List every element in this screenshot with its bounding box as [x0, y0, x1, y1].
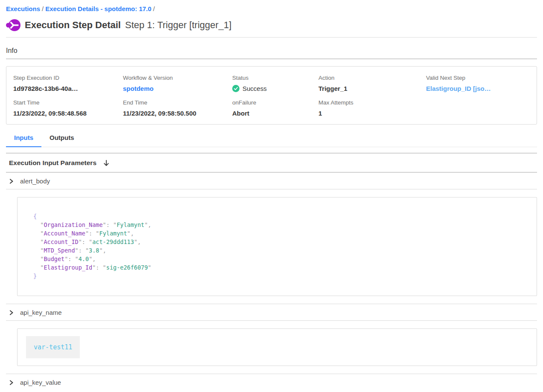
tab-outputs[interactable]: Outputs [41, 134, 82, 147]
field-action: Action Trigger_1 [318, 75, 426, 92]
breadcrumb-separator: / [40, 5, 45, 12]
param-row-alert-body[interactable]: alert_body [6, 173, 537, 189]
workflow-link[interactable]: spotdemo [123, 85, 232, 92]
fylamynt-logo-icon [6, 19, 20, 32]
execution-step-detail-page: Executions/Execution Details - spotdemo:… [0, 0, 543, 390]
field-label: Valid Next Step [426, 75, 530, 81]
field-label: Max Attempts [318, 99, 426, 106]
chevron-right-icon [9, 380, 14, 386]
breadcrumb-separator: / [152, 5, 157, 12]
page-header: Execution Step Detail Step 1: Trigger [t… [6, 19, 537, 32]
param-name: api_key_name [20, 309, 62, 316]
info-section-title: Info [6, 47, 537, 55]
page-title: Execution Step Detail [25, 20, 121, 31]
breadcrumb-link-execution-details[interactable]: Execution Details - spotdemo: 17.0 [45, 5, 151, 12]
field-label: Action [318, 75, 426, 81]
field-value: 1 [318, 110, 426, 117]
field-valid-next-step: Valid Next Step Elastigroup_ID [jso… [426, 75, 530, 92]
success-check-icon [232, 85, 239, 92]
field-start-time: Start Time 11/23/2022, 09:58:48.568 [13, 99, 123, 117]
field-max-attempts: Max Attempts 1 [318, 99, 426, 117]
field-status: Status Success [232, 75, 318, 92]
field-value: Trigger_1 [318, 85, 426, 92]
collapse-all-arrow-icon[interactable] [103, 160, 110, 167]
field-label: Start Time [13, 99, 123, 106]
field-onfailure: onFailure Abort [232, 99, 318, 117]
tab-inputs[interactable]: Inputs [6, 134, 41, 147]
api-key-name-value: var-test11 [26, 336, 80, 358]
tab-bar: Inputs Outputs [6, 134, 537, 147]
field-end-time: End Time 11/23/2022, 09:58:50.500 [123, 99, 232, 117]
header-divider [6, 37, 537, 38]
field-label: Step Execution ID [13, 75, 123, 81]
execution-input-parameters-header: Execution Input Parameters [6, 154, 537, 172]
alert-body-panel: { "Organization_Name": "Fylamynt", "Acco… [17, 197, 537, 296]
info-divider [6, 58, 537, 59]
field-step-execution-id: Step Execution ID 1d97828c-13b6-40a… [13, 75, 123, 92]
breadcrumb-link-executions[interactable]: Executions [6, 5, 40, 12]
page-subtitle: Step 1: Trigger [trigger_1] [125, 20, 231, 31]
field-value: Abort [232, 110, 318, 117]
field-label: onFailure [232, 99, 318, 106]
status-badge: Success [232, 85, 318, 92]
field-value: 11/23/2022, 09:58:48.568 [13, 110, 123, 117]
field-value: 11/23/2022, 09:58:50.500 [123, 110, 232, 117]
next-step-link[interactable]: Elastigroup_ID [jso… [426, 85, 530, 92]
alert-body-code: { "Organization_Name": "Fylamynt", "Acco… [18, 197, 537, 296]
field-label: End Time [123, 99, 232, 106]
field-workflow-version: Workflow & Version spotdemo [123, 75, 232, 92]
breadcrumb: Executions/Execution Details - spotdemo:… [6, 5, 537, 12]
field-empty [426, 99, 530, 117]
info-card: Step Execution ID 1d97828c-13b6-40a… Wor… [6, 66, 537, 125]
row-divider [6, 189, 537, 189]
chevron-right-icon [9, 178, 14, 184]
param-name: alert_body [20, 177, 50, 185]
param-name: api_key_value [20, 379, 61, 386]
execution-input-parameters-title: Execution Input Parameters [9, 159, 96, 167]
chevron-right-icon [9, 310, 14, 316]
field-value: 1d97828c-13b6-40a… [13, 85, 123, 92]
status-text: Success [242, 85, 267, 92]
row-divider [6, 320, 537, 321]
api-key-name-panel: var-test11 [17, 328, 537, 366]
field-label: Status [232, 75, 318, 81]
param-row-api-key-name[interactable]: api_key_name [6, 304, 537, 320]
param-row-api-key-value[interactable]: api_key_value [6, 374, 537, 390]
field-label: Workflow & Version [123, 75, 232, 81]
